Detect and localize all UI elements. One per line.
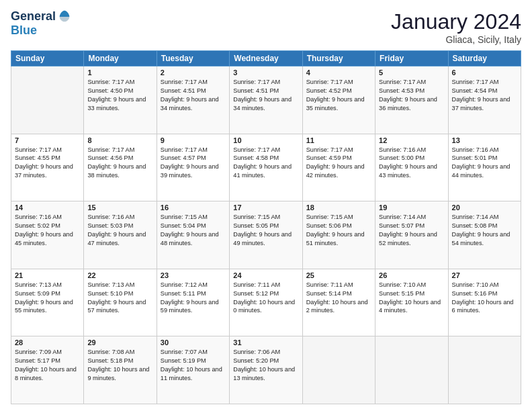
day-info: Sunrise: 7:11 AM Sunset: 5:14 PM Dayligh… [306,281,371,316]
calendar-cell: 8 Sunrise: 7:17 AM Sunset: 4:56 PM Dayli… [84,134,157,201]
day-info: Sunrise: 7:17 AM Sunset: 4:54 PM Dayligh… [452,78,517,113]
header-row: Sunday Monday Tuesday Wednesday Thursday… [11,51,521,66]
calendar-title: January 2024 [391,9,521,34]
sunrise-text: Sunrise: 7:10 AM [379,281,444,289]
calendar-cell: 27 Sunrise: 7:10 AM Sunset: 5:16 PM Dayl… [448,269,521,336]
header-sunday: Sunday [11,51,84,66]
calendar-cell: 1 Sunrise: 7:17 AM Sunset: 4:50 PM Dayli… [84,66,157,134]
sunset-text: Sunset: 4:55 PM [15,154,80,163]
sunset-text: Sunset: 5:02 PM [15,222,80,230]
day-info: Sunrise: 7:16 AM Sunset: 5:02 PM Dayligh… [15,213,80,248]
calendar-cell: 15 Sunrise: 7:16 AM Sunset: 5:03 PM Dayl… [84,201,157,269]
header-monday: Monday [84,51,157,66]
header: General Blue January 2024 Gliaca, Sicily… [11,9,521,45]
sunset-text: Sunset: 5:19 PM [161,357,226,365]
day-info: Sunrise: 7:14 AM Sunset: 5:08 PM Dayligh… [452,213,517,248]
calendar-cell: 2 Sunrise: 7:17 AM Sunset: 4:51 PM Dayli… [157,66,229,134]
day-info: Sunrise: 7:12 AM Sunset: 5:11 PM Dayligh… [161,281,226,316]
calendar-cell: 6 Sunrise: 7:17 AM Sunset: 4:54 PM Dayli… [448,66,521,134]
daylight-text: Daylight: 10 hours and 0 minutes. [233,298,298,316]
calendar-cell: 14 Sunrise: 7:16 AM Sunset: 5:02 PM Dayl… [11,201,84,269]
sunrise-text: Sunrise: 7:17 AM [15,146,80,154]
sunset-text: Sunset: 4:57 PM [161,154,226,163]
daylight-text: Daylight: 10 hours and 9 minutes. [87,365,152,383]
day-info: Sunrise: 7:15 AM Sunset: 5:06 PM Dayligh… [306,213,371,248]
calendar-cell: 11 Sunrise: 7:17 AM Sunset: 4:59 PM Dayl… [302,134,375,201]
sunrise-text: Sunrise: 7:16 AM [87,213,152,222]
calendar-page: General Blue January 2024 Gliaca, Sicily… [0,0,532,411]
sunset-text: Sunset: 5:18 PM [87,357,152,365]
daylight-text: Daylight: 10 hours and 8 minutes. [15,365,80,383]
daylight-text: Daylight: 9 hours and 37 minutes. [15,163,80,180]
calendar-subtitle: Gliaca, Sicily, Italy [391,34,521,45]
day-info: Sunrise: 7:07 AM Sunset: 5:19 PM Dayligh… [161,348,226,383]
day-number: 6 [452,68,517,77]
day-number: 29 [87,338,152,347]
sunrise-text: Sunrise: 7:15 AM [233,213,298,222]
day-number: 17 [233,203,298,212]
daylight-text: Daylight: 9 hours and 41 minutes. [233,163,298,180]
calendar-header: Sunday Monday Tuesday Wednesday Thursday… [11,51,521,66]
sunset-text: Sunset: 5:09 PM [15,289,80,298]
calendar-cell: 9 Sunrise: 7:17 AM Sunset: 4:57 PM Dayli… [157,134,229,201]
sunset-text: Sunset: 5:15 PM [379,289,444,298]
logo: General Blue [11,9,72,38]
daylight-text: Daylight: 9 hours and 44 minutes. [452,163,517,180]
sunrise-text: Sunrise: 7:17 AM [161,146,226,154]
sunset-text: Sunset: 4:51 PM [233,87,298,95]
calendar-week-1: 7 Sunrise: 7:17 AM Sunset: 4:55 PM Dayli… [11,134,521,201]
day-info: Sunrise: 7:17 AM Sunset: 4:59 PM Dayligh… [306,146,371,181]
sunset-text: Sunset: 5:07 PM [379,222,444,230]
sunset-text: Sunset: 5:20 PM [233,357,298,365]
sunrise-text: Sunrise: 7:11 AM [233,281,298,289]
calendar-cell [302,336,375,404]
header-wednesday: Wednesday [230,51,302,66]
calendar-cell: 4 Sunrise: 7:17 AM Sunset: 4:52 PM Dayli… [302,66,375,134]
day-number: 2 [161,68,226,77]
daylight-text: Daylight: 9 hours and 48 minutes. [161,230,226,248]
calendar-cell: 16 Sunrise: 7:15 AM Sunset: 5:04 PM Dayl… [157,201,229,269]
sunset-text: Sunset: 5:06 PM [306,222,371,230]
calendar-week-0: 1 Sunrise: 7:17 AM Sunset: 4:50 PM Dayli… [11,66,521,134]
day-number: 3 [233,68,298,77]
daylight-text: Daylight: 9 hours and 42 minutes. [306,163,371,180]
day-info: Sunrise: 7:16 AM Sunset: 5:01 PM Dayligh… [452,146,517,181]
daylight-text: Daylight: 9 hours and 39 minutes. [161,163,226,180]
sunset-text: Sunset: 5:14 PM [306,289,371,298]
day-info: Sunrise: 7:17 AM Sunset: 4:51 PM Dayligh… [161,78,226,113]
calendar-cell [375,336,448,404]
daylight-text: Daylight: 9 hours and 51 minutes. [306,230,371,248]
day-info: Sunrise: 7:06 AM Sunset: 5:20 PM Dayligh… [233,348,298,383]
day-number: 16 [161,203,226,212]
day-number: 8 [87,136,152,144]
day-info: Sunrise: 7:15 AM Sunset: 5:05 PM Dayligh… [233,213,298,248]
day-number: 27 [452,271,517,279]
daylight-text: Daylight: 9 hours and 57 minutes. [87,298,152,316]
day-info: Sunrise: 7:11 AM Sunset: 5:12 PM Dayligh… [233,281,298,316]
calendar-cell: 29 Sunrise: 7:08 AM Sunset: 5:18 PM Dayl… [84,336,157,404]
day-number: 4 [306,68,371,77]
calendar-cell: 30 Sunrise: 7:07 AM Sunset: 5:19 PM Dayl… [157,336,229,404]
day-info: Sunrise: 7:17 AM Sunset: 4:53 PM Dayligh… [379,78,444,113]
logo-text-blue: Blue [11,24,37,37]
sunrise-text: Sunrise: 7:16 AM [452,146,517,154]
day-info: Sunrise: 7:17 AM Sunset: 4:57 PM Dayligh… [161,146,226,181]
sunrise-text: Sunrise: 7:13 AM [87,281,152,289]
day-info: Sunrise: 7:09 AM Sunset: 5:17 PM Dayligh… [15,348,80,383]
calendar-cell: 24 Sunrise: 7:11 AM Sunset: 5:12 PM Dayl… [230,269,302,336]
daylight-text: Daylight: 10 hours and 13 minutes. [233,365,298,383]
calendar-cell: 19 Sunrise: 7:14 AM Sunset: 5:07 PM Dayl… [375,201,448,269]
sunset-text: Sunset: 4:54 PM [452,87,517,95]
daylight-text: Daylight: 10 hours and 6 minutes. [452,298,517,316]
day-info: Sunrise: 7:14 AM Sunset: 5:07 PM Dayligh… [379,213,444,248]
calendar-week-4: 28 Sunrise: 7:09 AM Sunset: 5:17 PM Dayl… [11,336,521,404]
day-info: Sunrise: 7:17 AM Sunset: 4:52 PM Dayligh… [306,78,371,113]
daylight-text: Daylight: 10 hours and 4 minutes. [379,298,444,316]
calendar-body: 1 Sunrise: 7:17 AM Sunset: 4:50 PM Dayli… [11,66,521,404]
day-info: Sunrise: 7:13 AM Sunset: 5:10 PM Dayligh… [87,281,152,316]
sunset-text: Sunset: 5:04 PM [161,222,226,230]
sunrise-text: Sunrise: 7:17 AM [306,146,371,154]
calendar-cell: 23 Sunrise: 7:12 AM Sunset: 5:11 PM Dayl… [157,269,229,336]
day-info: Sunrise: 7:13 AM Sunset: 5:09 PM Dayligh… [15,281,80,316]
sunset-text: Sunset: 4:52 PM [306,87,371,95]
